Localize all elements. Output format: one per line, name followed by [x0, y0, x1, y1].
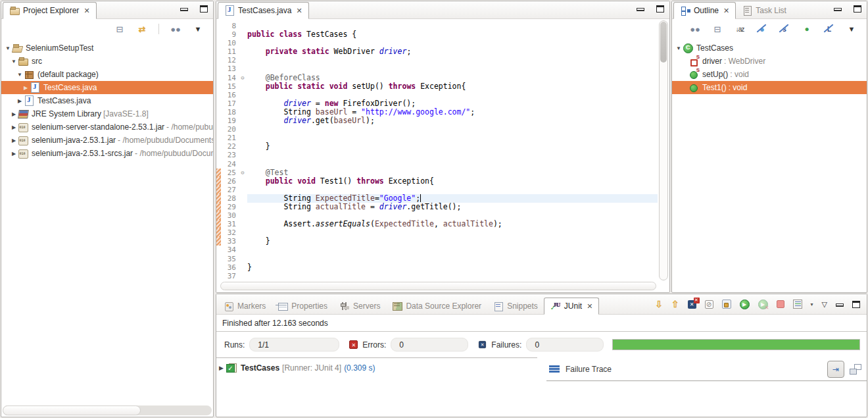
close-icon[interactable]: ✕	[587, 302, 592, 311]
expand-arrow[interactable]: ▼	[675, 45, 683, 51]
hide-non-public-members-icon[interactable]: ●	[801, 23, 813, 35]
tree-item[interactable]: ▶JRE System Library [JavaSE-1.8]	[1, 107, 213, 120]
show-failures-only-icon[interactable]: ✕✕	[688, 300, 696, 309]
tab-task-list[interactable]: Task List	[736, 2, 792, 19]
code-text[interactable]: Assert.assertEquals(ExpectedTitle, actua…	[247, 220, 658, 228]
code-text[interactable]: private static WebDriver driver;	[247, 47, 658, 56]
tab-servers[interactable]: Servers	[333, 298, 386, 315]
collapse-all-icon[interactable]: ⊟	[114, 23, 126, 35]
tree-item[interactable]: ▼SeleniumSetupTest	[1, 41, 213, 55]
code-text[interactable]: driver.get(baseUrl);	[247, 117, 658, 125]
tab-project-explorer[interactable]: Project Explorer ✕	[3, 2, 97, 19]
code-text[interactable]: }	[247, 142, 658, 151]
close-icon[interactable]: ✕	[296, 7, 302, 15]
expand-arrow[interactable]: ▶	[22, 85, 30, 91]
tree-item[interactable]: setUp() : void	[672, 68, 867, 81]
horizontal-scrollbar[interactable]	[220, 282, 656, 290]
expand-arrow[interactable]: ▼	[4, 45, 12, 51]
tree-item[interactable]: ▶TestCases.java	[1, 81, 213, 94]
tab-junit[interactable]: JUnit✕	[544, 298, 600, 315]
code-text[interactable]	[247, 56, 658, 65]
view-menu-icon[interactable]: ▽	[822, 300, 827, 309]
expand-arrow[interactable]: ▶	[10, 138, 18, 144]
close-icon[interactable]: ✕	[723, 7, 729, 15]
maximize-icon[interactable]	[656, 5, 664, 13]
fold-marker-icon[interactable]: ⊖	[238, 74, 247, 82]
tab-properties[interactable]: Properties	[272, 298, 333, 315]
expand-arrow[interactable]: ▼	[10, 59, 18, 65]
expand-arrow[interactable]: ▶	[10, 151, 18, 157]
show-stack-trace-in-console-button[interactable]: ⇥	[827, 361, 844, 378]
code-text[interactable]: public class TestCases {	[247, 30, 658, 39]
view-menu-icon[interactable]: ▼	[192, 23, 204, 35]
scrollbar-thumb[interactable]	[3, 405, 141, 415]
code-text[interactable]	[247, 151, 658, 159]
horizontal-scrollbar[interactable]	[3, 405, 212, 415]
tree-item[interactable]: ▼TestCases	[672, 41, 867, 55]
previous-failure-icon[interactable]: ⇧	[671, 299, 679, 309]
scrollbar-thumb[interactable]	[660, 22, 667, 63]
tab-markers[interactable]: Markers	[218, 298, 272, 315]
expand-arrow[interactable]: ▶	[10, 111, 18, 117]
tree-item[interactable]: Test1() : void	[672, 81, 867, 94]
rerun-failed-first-icon[interactable]: ▶	[758, 300, 768, 309]
hide-fields-icon[interactable]: ●	[756, 23, 768, 35]
code-text[interactable]: public void Test1() throws Exception{	[247, 177, 658, 186]
tree-item[interactable]: ▼src	[1, 55, 213, 68]
expand-arrow[interactable]: ▼	[16, 72, 24, 78]
view-menu-icon[interactable]: ▼	[846, 23, 857, 35]
test-run-history-icon[interactable]	[793, 300, 802, 309]
stop-junit-icon[interactable]	[777, 300, 784, 308]
tab-testcases-java[interactable]: TestCases.java ✕	[218, 2, 309, 19]
tab-snippets[interactable]: Snippets	[487, 298, 544, 315]
maximize-icon[interactable]	[852, 301, 860, 308]
expand-arrow[interactable]: ▶	[10, 124, 18, 130]
expand-arrow[interactable]: ▶	[219, 365, 224, 371]
code-text[interactable]	[247, 255, 658, 263]
tree-item[interactable]: ▶selenium-java-2.53.1-srcs.jar - /home/p…	[1, 147, 213, 160]
minimize-icon[interactable]	[836, 303, 844, 307]
focus-icon[interactable]: ●●	[170, 23, 181, 35]
code-text[interactable]: String actualTitle = driver.getTitle();	[247, 203, 658, 211]
tree-item[interactable]: ▼(default package)	[1, 68, 213, 81]
maximize-icon[interactable]	[854, 5, 861, 13]
tree-item[interactable]: ▶selenium-java-2.53.1.jar - /home/pubudu…	[1, 134, 213, 147]
code-editor[interactable]: 89public class TestCases {1011 private s…	[216, 19, 669, 292]
code-text[interactable]	[247, 272, 658, 280]
tab-data-source-explorer[interactable]: Data Source Explorer	[386, 298, 487, 315]
code-text[interactable]	[247, 228, 658, 237]
rerun-test-icon[interactable]: ▶	[740, 300, 750, 309]
code-text[interactable]	[247, 125, 658, 134]
minimize-icon[interactable]	[834, 8, 842, 11]
close-icon[interactable]: ✕	[84, 7, 89, 15]
maximize-icon[interactable]	[200, 5, 208, 13]
sort-icon[interactable]: ↓az	[734, 23, 746, 35]
tree-item[interactable]: driver : WebDriver	[672, 55, 867, 68]
expand-arrow[interactable]: ▶	[16, 98, 24, 104]
fold-marker-icon[interactable]: ⊖	[238, 169, 247, 177]
hide-static-members-icon[interactable]: s	[779, 23, 790, 35]
next-failure-icon[interactable]: ⇩	[655, 299, 663, 309]
compare-result-button[interactable]	[850, 364, 861, 375]
minimize-icon[interactable]	[180, 8, 188, 11]
minimize-icon[interactable]	[637, 8, 644, 11]
project-explorer-icon	[9, 5, 20, 16]
scroll-lock-icon[interactable]	[722, 300, 731, 309]
code-text[interactable]: }	[247, 237, 658, 246]
code-text[interactable]	[247, 246, 658, 254]
code-text[interactable]: }	[247, 263, 658, 272]
code-text[interactable]: public static void setUp() throws Except…	[247, 82, 658, 91]
tree-item[interactable]: ▶TestCases.java	[1, 94, 213, 107]
collapse-all-icon[interactable]: ⊟	[711, 23, 723, 35]
focus-icon[interactable]: ●●	[689, 23, 701, 35]
code-text[interactable]	[247, 160, 658, 169]
code-text[interactable]	[247, 134, 658, 142]
show-skipped-tests-icon[interactable]: ⊘	[705, 300, 713, 309]
hide-local-types-icon[interactable]: L	[823, 23, 835, 35]
test-result-row[interactable]: ▶ TestCases [Runner: JUnit 4] (0.309 s)	[219, 363, 535, 373]
tab-outline[interactable]: Outline ✕	[673, 2, 736, 19]
vertical-scrollbar[interactable]	[659, 20, 668, 280]
link-with-editor-icon[interactable]: ⇄	[136, 23, 148, 35]
history-dropdown-icon[interactable]: ▾	[811, 301, 813, 307]
tree-item[interactable]: ▶selenium-server-standalone-2.53.1.jar -…	[1, 120, 213, 134]
